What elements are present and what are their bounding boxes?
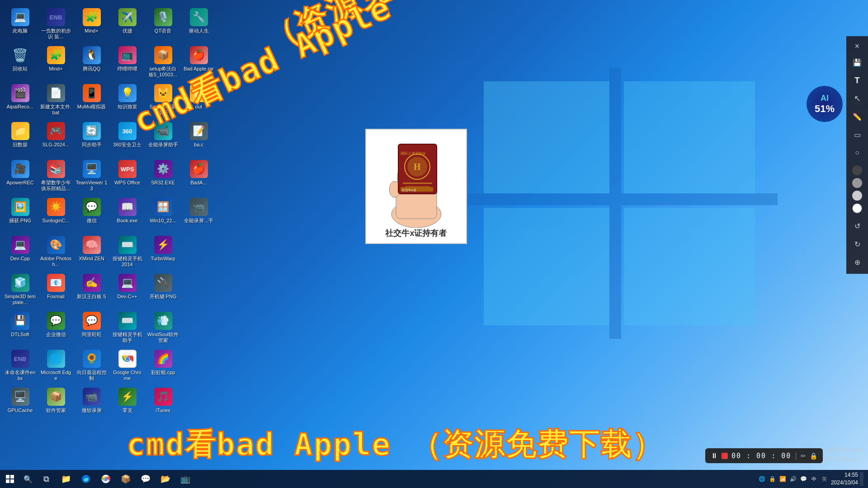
panel-save-button[interactable]: 💾 xyxy=(849,54,865,70)
icon-bilibili[interactable]: 📺 哔哩哔哩 xyxy=(110,43,144,80)
taskbar-edge[interactable] xyxy=(76,470,96,488)
icon-aipaireco[interactable]: 🎬 AipaiReco... xyxy=(3,81,37,117)
panel-pen-button[interactable]: ✏️ xyxy=(849,108,865,125)
icon-qudong[interactable]: 🔧 驱动人生 xyxy=(182,5,216,42)
icon-kaiji[interactable]: 🔌 开机键.PNG xyxy=(146,271,180,307)
icon-bac[interactable]: 📝 ba.c xyxy=(182,119,216,155)
lock-button[interactable]: 🔒 xyxy=(810,452,817,460)
icon-enb[interactable]: ENB 未命名课件enbx xyxy=(3,347,37,383)
icon-turbowarp[interactable]: ⚡ TurboWarp xyxy=(146,233,180,269)
icon-quanneng[interactable]: 📹 全能录屏助手 xyxy=(146,119,180,155)
icon-simple3d[interactable]: 🧊 Simple3D template... xyxy=(3,271,37,307)
tray-security[interactable]: 🔒 xyxy=(768,474,777,483)
tray-msg[interactable]: 💬 xyxy=(799,474,808,483)
icon-qt[interactable]: 🎙️ QT语音 xyxy=(146,5,180,42)
icon-badA[interactable]: 🍎 BadA... xyxy=(182,157,216,193)
search-button[interactable]: 🔍 xyxy=(20,470,36,488)
taskbar-task-view[interactable]: ⧉ xyxy=(36,470,56,488)
icon-caihong2[interactable]: 🌈 彩虹蛆.cpp xyxy=(146,347,180,383)
taskbar-file-manager[interactable]: 📁 xyxy=(56,470,76,488)
icon-mindplus2[interactable]: 🧩 Mind+ xyxy=(39,43,73,80)
icon-badapple[interactable]: 🍎 Bad Apple.rar xyxy=(182,43,216,80)
taskbar-bilibili[interactable]: 📺 xyxy=(175,470,195,488)
icon-zero[interactable]: ⚡ 零克 xyxy=(110,385,144,421)
color-med[interactable] xyxy=(852,178,862,188)
icon-hanwang[interactable]: ✍️ 新汉王白板 5 xyxy=(75,271,108,307)
icon-jijian[interactable]: ⌨️ 按键精灵手机2014 xyxy=(110,233,144,269)
icon-aliwang[interactable]: 💬 阿里旺旺 xyxy=(75,309,108,345)
icon-foxmail[interactable]: 📧 Foxmail xyxy=(39,271,73,307)
icon-360-guard[interactable]: 360 360安全卫士 xyxy=(110,119,144,155)
color-light[interactable] xyxy=(852,191,862,201)
tray-eng[interactable]: 英 xyxy=(820,474,829,483)
taskbar-wechat[interactable]: 💬 xyxy=(136,470,156,488)
icon-zhidao[interactable]: 💡 知识致富 xyxy=(110,81,144,117)
icon-quanneng2[interactable]: 📹 全能录屏...手 xyxy=(182,195,216,231)
tray-network[interactable]: 🌐 xyxy=(758,474,767,483)
icon-yuancheng[interactable]: 🌻 向日葵远程控制 xyxy=(75,347,108,383)
icon-jiushuju[interactable]: 📁 旧数据 xyxy=(3,119,37,155)
icon-sunlogin[interactable]: ☀️ SunloginC... xyxy=(39,195,73,231)
taskbar-files[interactable]: 📂 xyxy=(156,470,175,488)
edit-button[interactable]: ✏ xyxy=(801,452,806,460)
svg-rect-22 xyxy=(405,186,430,187)
icon-qq[interactable]: 🐧 腾讯QQ xyxy=(75,43,108,80)
icon-devcpp2[interactable]: 💻 Dev-C++ xyxy=(110,271,144,307)
panel-redo-button[interactable]: ↻ xyxy=(849,236,865,252)
icon-wechat[interactable]: 💬 微信 xyxy=(75,195,108,231)
icon-scratch[interactable]: 🐱 Scratch安装助手 xyxy=(146,81,180,117)
icon-dtlsoft[interactable]: 💾 DTLSoft xyxy=(3,309,37,345)
icon-slg[interactable]: 🎮 SLG-2024... xyxy=(39,119,73,155)
panel-cursor-button[interactable]: ↖ xyxy=(849,90,865,107)
icon-windsoul[interactable]: 💨 WindSoul软件管家 xyxy=(146,309,180,345)
icon-sr32[interactable]: ⚙️ SR32.EXE xyxy=(146,157,180,193)
icon-tongbu[interactable]: 🔄 同步助手 xyxy=(75,119,108,155)
panel-undo-button[interactable]: ↺ xyxy=(849,218,865,234)
icon-pngtu[interactable]: 🖼️ 捕获.PNG xyxy=(3,195,37,231)
icon-xinjian[interactable]: 📄 新建文本文件.bat xyxy=(39,81,73,117)
icon-mihoyo[interactable]: 📹 微软录屏 xyxy=(75,385,108,421)
icon-ruanjian[interactable]: 📦 软件管家 xyxy=(39,385,73,421)
icon-mindplus[interactable]: 🧩 Mind+ xyxy=(75,5,108,42)
show-desktop[interactable] xyxy=(860,472,863,486)
icon-adobe[interactable]: 🎨 Adobe Photosh... xyxy=(39,233,73,269)
panel-extra-button[interactable]: ⊕ xyxy=(849,254,865,270)
taskbar-chrome[interactable] xyxy=(96,470,116,488)
tray-volume[interactable]: 🔊 xyxy=(789,474,798,483)
tray-wifi[interactable]: 📶 xyxy=(778,474,788,483)
pause-button[interactable]: ⏸ xyxy=(711,452,718,460)
icon-out[interactable]: 📁 out xyxy=(182,81,216,117)
start-button[interactable] xyxy=(0,470,20,488)
icon-jijian2[interactable]: ⌨️ 按键精灵手机助手 xyxy=(110,309,144,345)
color-dark[interactable] xyxy=(852,165,862,175)
icon-mumu[interactable]: 📱 MuMu模拟器 xyxy=(75,81,108,117)
icon-apowerrec[interactable]: 🎥 ApowerREC xyxy=(3,157,37,193)
icon-itunes[interactable]: 🎵 iTunes xyxy=(146,385,180,421)
icon-gpucache[interactable]: 🖥️ GPUCache xyxy=(3,385,37,421)
tray-ime[interactable]: 中 xyxy=(810,474,819,483)
icon-edge[interactable]: 🌐 Microsoft Edge xyxy=(39,347,73,383)
icon-win10[interactable]: 🪟 Win10_22... xyxy=(146,195,180,231)
icon-recycle[interactable]: 🗑️ 回收站 xyxy=(3,43,37,80)
panel-close-button[interactable]: ✕ xyxy=(849,40,865,52)
icon-chrome[interactable]: Google Chrome xyxy=(110,347,144,383)
taskbar-clock[interactable]: 14:55 2024/10/04 xyxy=(831,471,858,487)
icon-enb2[interactable]: ENB 一负数的初步识 装... xyxy=(39,5,73,42)
icon-wps[interactable]: WPS WPS Office xyxy=(110,157,144,193)
icon-teamviewer[interactable]: 🖥️ TeamViewer 13 xyxy=(75,157,108,193)
icon-computer[interactable]: 💻 此电脑 xyxy=(3,5,37,42)
panel-circle-button[interactable]: ○ xyxy=(849,145,865,161)
icon-setup[interactable]: 📦 setup希沃白板5_10503... xyxy=(146,43,180,80)
tray-icons: 🌐 🔒 📶 🔊 💬 中 英 xyxy=(758,474,829,483)
panel-rect-button[interactable]: ▭ xyxy=(849,127,865,143)
color-white[interactable] xyxy=(852,203,862,213)
icon-devcpp[interactable]: 💻 Dev-Cpp xyxy=(3,233,37,269)
icon-xmind[interactable]: 🧠 XMind ZEN xyxy=(75,233,108,269)
icon-youai[interactable]: ✈️ 优捷 xyxy=(110,5,144,42)
icon-book[interactable]: 📖 Book.exe xyxy=(110,195,144,231)
icon-xishu[interactable]: 📚 希望数学少年俱乐部精品... xyxy=(39,157,73,193)
taskbar-store[interactable]: 📦 xyxy=(116,470,136,488)
icon-qiye-wechat[interactable]: 💬 企业微信 xyxy=(39,309,73,345)
svg-rect-3 xyxy=(624,208,755,325)
panel-text-button[interactable]: T xyxy=(849,72,865,89)
